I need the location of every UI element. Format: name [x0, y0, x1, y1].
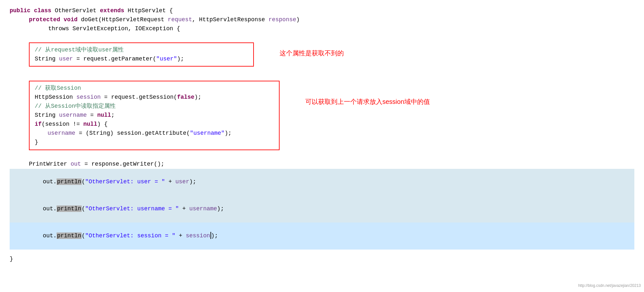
keyword-protected: protected [29, 15, 60, 24]
spacer-1 [10, 33, 634, 37]
string-user: "user" [156, 55, 177, 64]
box1-container: // 从request域中读取user属性 String user = requ… [10, 39, 634, 70]
var-username: username [59, 111, 87, 120]
println1-highlight: println [57, 178, 82, 185]
box1-comment: // 从request域中读取user属性 [35, 46, 248, 55]
code-line-1: public class OtherServlet extends HttpSe… [10, 6, 634, 15]
var-out: out [71, 160, 81, 169]
box2-code2: String username = null ; [35, 111, 274, 120]
string-username: "username" [190, 129, 225, 138]
var-session: session [76, 93, 101, 102]
param-response: response [268, 15, 296, 24]
code-println1: out.println("OtherServlet: user = " + us… [10, 169, 634, 196]
box2-code3: if (session != null ) { [35, 120, 274, 129]
keyword-null: null [97, 111, 111, 120]
watermark: http://blog.csdn.net/javazejian/20213 [578, 283, 641, 289]
box1-annotation: 这个属性是获取不到的 [280, 39, 344, 59]
keyword-if: if [35, 120, 42, 129]
keyword-public: public [10, 6, 31, 15]
var-user: user [59, 55, 73, 64]
spacer-2 [10, 72, 634, 76]
box1: // 从request域中读取user属性 String user = requ… [29, 42, 254, 67]
spacer-3 [10, 155, 634, 160]
keyword-false: false [177, 93, 194, 102]
box2-code5: } [35, 138, 274, 147]
code-printwriter: PrintWriter out = response.getWriter(); [10, 160, 634, 169]
box2-container: // 获取Session HttpSession session = reque… [10, 78, 634, 153]
box2-code4: username = (String) session.getAttribute… [35, 129, 274, 138]
println3-highlight: println [57, 233, 82, 239]
keyword-null2: null [83, 120, 97, 129]
box1-code: String user = request.getParameter( "use… [35, 55, 248, 64]
box2-comment2: // 从Session中读取指定属性 [35, 102, 274, 111]
box2: // 获取Session HttpSession session = reque… [29, 81, 280, 150]
code-close: } [10, 255, 634, 264]
println2-highlight: println [57, 205, 82, 212]
code-println3: out.println("OtherServlet: session = " +… [10, 223, 634, 250]
keyword-class: class [34, 6, 51, 15]
box2-annotation: 可以获取到上一个请求放入session域中的值 [305, 78, 430, 107]
param-request: request [168, 15, 192, 24]
box2-comment1: // 获取Session [35, 84, 274, 93]
code-line-3: throws ServletException, IOException { [10, 24, 634, 33]
code-display: public class OtherServlet extends HttpSe… [10, 6, 634, 263]
keyword-void: void [64, 15, 77, 24]
spacer-4 [10, 250, 634, 255]
keyword-extends: extends [100, 6, 124, 15]
box2-code1: HttpSession session = request.getSession… [35, 93, 274, 102]
code-line-2: protected void doGet(HttpServletRequest … [10, 15, 634, 24]
code-println2: out.println("OtherServlet: username = " … [10, 196, 634, 223]
var-username2: username [48, 129, 75, 138]
